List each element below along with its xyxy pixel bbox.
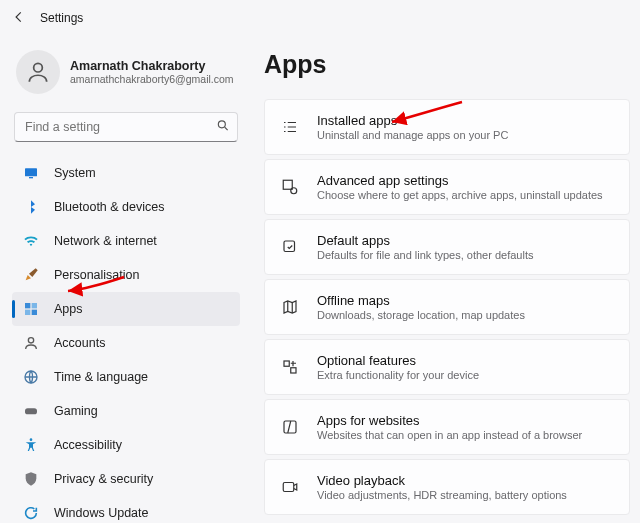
sidebar-item-label: Accessibility <box>54 438 122 452</box>
sidebar-item-label: Privacy & security <box>54 472 153 486</box>
card-desc: Websites that can open in an app instead… <box>317 429 582 441</box>
sidebar-item-accounts[interactable]: Accounts <box>12 326 240 360</box>
sidebar-item-bluetooth[interactable]: Bluetooth & devices <box>12 190 240 224</box>
shield-icon <box>22 470 40 488</box>
sidebar-item-label: Bluetooth & devices <box>54 200 165 214</box>
title-bar: Settings <box>0 0 640 36</box>
card-title: Default apps <box>317 233 533 248</box>
sidebar-item-label: System <box>54 166 96 180</box>
advanced-settings-icon <box>279 178 301 196</box>
svg-rect-15 <box>284 361 289 366</box>
svg-rect-6 <box>25 310 30 315</box>
svg-point-8 <box>28 338 33 343</box>
page-title: Apps <box>264 50 630 79</box>
svg-rect-2 <box>25 168 37 176</box>
apps-websites-icon <box>279 418 301 436</box>
maps-icon <box>279 298 301 316</box>
accounts-icon <box>22 334 40 352</box>
sidebar-item-label: Network & internet <box>54 234 157 248</box>
card-video-playback[interactable]: Video playback Video adjustments, HDR st… <box>264 459 630 515</box>
svg-rect-5 <box>32 303 37 308</box>
search-icon[interactable] <box>216 119 230 136</box>
svg-point-11 <box>30 438 33 441</box>
account-name: Amarnath Chakraborty <box>70 59 234 73</box>
sidebar-item-label: Apps <box>54 302 83 316</box>
svg-rect-16 <box>291 368 296 373</box>
sidebar-item-label: Gaming <box>54 404 98 418</box>
sidebar: Amarnath Chakraborty amarnathchakraborty… <box>0 36 248 523</box>
sidebar-item-label: Time & language <box>54 370 148 384</box>
sidebar-item-privacy[interactable]: Privacy & security <box>12 462 240 496</box>
window-title: Settings <box>40 11 83 25</box>
svg-point-0 <box>34 63 43 72</box>
card-desc: Downloads, storage location, map updates <box>317 309 525 321</box>
card-desc: Choose where to get apps, archive apps, … <box>317 189 603 201</box>
sidebar-item-network[interactable]: Network & internet <box>12 224 240 258</box>
main-panel: Apps Installed apps Uninstall and manage… <box>248 36 640 523</box>
svg-rect-4 <box>25 303 30 308</box>
sidebar-item-time[interactable]: Time & language <box>12 360 240 394</box>
svg-rect-12 <box>283 180 292 189</box>
sidebar-item-gaming[interactable]: Gaming <box>12 394 240 428</box>
account-email: amarnathchakraborty6@gmail.com <box>70 73 234 85</box>
search-input[interactable] <box>14 112 238 142</box>
apps-icon <box>22 300 40 318</box>
globe-icon <box>22 368 40 386</box>
back-icon[interactable] <box>12 10 26 27</box>
sidebar-item-personalisation[interactable]: Personalisation <box>12 258 240 292</box>
card-desc: Video adjustments, HDR streaming, batter… <box>317 489 567 501</box>
search-container <box>14 112 238 142</box>
card-offline-maps[interactable]: Offline maps Downloads, storage location… <box>264 279 630 335</box>
card-installed-apps[interactable]: Installed apps Uninstall and manage apps… <box>264 99 630 155</box>
card-title: Video playback <box>317 473 567 488</box>
svg-point-13 <box>291 188 297 194</box>
sidebar-item-accessibility[interactable]: Accessibility <box>12 428 240 462</box>
sidebar-item-update[interactable]: Windows Update <box>12 496 240 523</box>
paintbrush-icon <box>22 266 40 284</box>
update-icon <box>22 504 40 522</box>
bluetooth-icon <box>22 198 40 216</box>
card-desc: Extra functionality for your device <box>317 369 479 381</box>
card-title: Apps for websites <box>317 413 582 428</box>
installed-apps-icon <box>279 118 301 136</box>
sidebar-item-label: Personalisation <box>54 268 139 282</box>
svg-point-1 <box>218 121 225 128</box>
card-list: Installed apps Uninstall and manage apps… <box>264 99 630 515</box>
sidebar-item-label: Accounts <box>54 336 105 350</box>
card-desc: Uninstall and manage apps on your PC <box>317 129 508 141</box>
default-apps-icon <box>279 238 301 256</box>
card-title: Advanced app settings <box>317 173 603 188</box>
card-apps-for-websites[interactable]: Apps for websites Websites that can open… <box>264 399 630 455</box>
account-block[interactable]: Amarnath Chakraborty amarnathchakraborty… <box>12 44 240 112</box>
card-default-apps[interactable]: Default apps Defaults for file and link … <box>264 219 630 275</box>
card-title: Optional features <box>317 353 479 368</box>
gaming-icon <box>22 402 40 420</box>
optional-features-icon <box>279 358 301 376</box>
card-advanced-settings[interactable]: Advanced app settings Choose where to ge… <box>264 159 630 215</box>
sidebar-item-system[interactable]: System <box>12 156 240 190</box>
svg-rect-18 <box>283 483 294 492</box>
svg-rect-3 <box>29 177 33 178</box>
wifi-icon <box>22 232 40 250</box>
avatar <box>16 50 60 94</box>
svg-rect-7 <box>32 310 37 315</box>
system-icon <box>22 164 40 182</box>
sidebar-item-apps[interactable]: Apps <box>12 292 240 326</box>
sidebar-item-label: Windows Update <box>54 506 149 520</box>
card-optional-features[interactable]: Optional features Extra functionality fo… <box>264 339 630 395</box>
nav-list: System Bluetooth & devices Network & int… <box>12 156 240 523</box>
accessibility-icon <box>22 436 40 454</box>
card-title: Offline maps <box>317 293 525 308</box>
card-desc: Defaults for file and link types, other … <box>317 249 533 261</box>
card-title: Installed apps <box>317 113 508 128</box>
svg-rect-10 <box>25 408 37 414</box>
video-icon <box>279 478 301 496</box>
svg-rect-14 <box>284 241 295 252</box>
